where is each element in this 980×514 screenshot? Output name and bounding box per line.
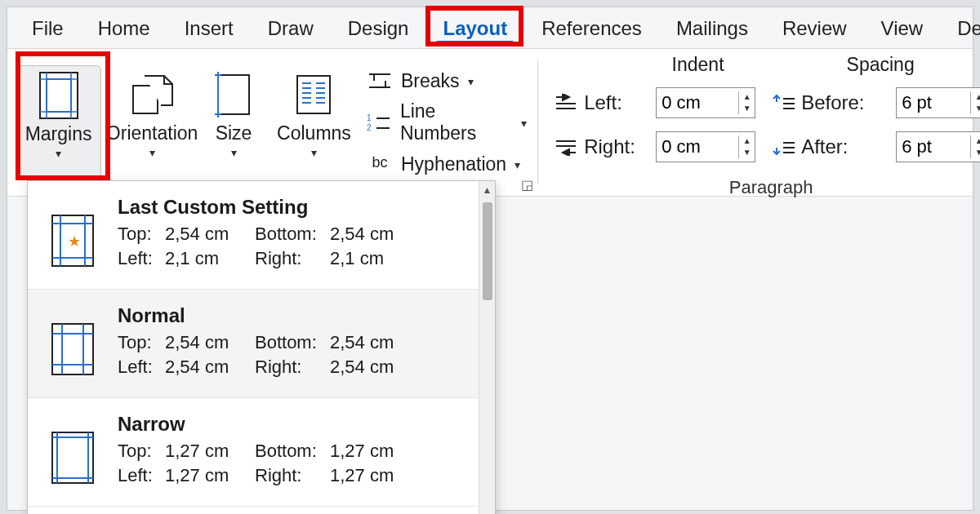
preset-title: Narrow <box>118 413 479 436</box>
tab-home[interactable]: Home <box>82 11 167 45</box>
tab-mailings[interactable]: Mailings <box>660 11 764 45</box>
columns-label: Columns <box>277 122 351 144</box>
orientation-button[interactable]: Orientation ▾ <box>108 65 196 179</box>
bottom-label: Bottom: <box>255 224 330 245</box>
top-value: 2,54 cm <box>165 224 255 245</box>
left-value: 2,1 cm <box>165 248 255 269</box>
spin-up-icon[interactable]: ▲ <box>971 135 980 147</box>
line-numbers-button[interactable]: 1 2 Line Numbers ▾ <box>367 100 527 144</box>
chevron-down-icon: ▾ <box>514 158 520 171</box>
spin-down-icon[interactable]: ▼ <box>739 103 755 114</box>
right-value: 1,27 cm <box>330 465 403 486</box>
indent-right-input[interactable]: ▲▼ <box>656 131 755 162</box>
spin-down-icon[interactable]: ▼ <box>971 147 980 158</box>
chevron-down-icon: ▾ <box>311 146 317 159</box>
bottom-label: Bottom: <box>255 441 330 462</box>
svg-text:2: 2 <box>367 123 372 132</box>
spacing-before-input[interactable]: ▲▼ <box>896 87 980 118</box>
bottom-value: 2,54 cm <box>330 332 403 353</box>
indent-right-icon <box>555 138 577 156</box>
spacing-before-label: Before: <box>801 91 864 114</box>
indent-left-icon <box>555 94 577 112</box>
chevron-down-icon: ▾ <box>468 75 474 88</box>
bottom-value: 2,54 cm <box>330 224 403 245</box>
tab-insert[interactable]: Insert <box>168 11 250 45</box>
orientation-icon <box>128 70 176 119</box>
margin-preset-narrow[interactable]: Narrow Top: 1,27 cm Bottom: 1,27 cm Left… <box>28 398 495 507</box>
tab-references[interactable]: References <box>525 11 658 45</box>
tab-dev[interactable]: Dev <box>941 11 980 45</box>
orientation-label: Orientation <box>106 122 198 144</box>
left-label: Left: <box>118 357 165 378</box>
page-setup-launcher-icon[interactable]: ◲ <box>521 177 533 193</box>
spin-up-icon[interactable]: ▲ <box>739 91 755 103</box>
columns-button[interactable]: Columns ▾ <box>271 65 357 179</box>
margins-button[interactable]: Margins ▾ <box>16 65 101 179</box>
line-numbers-label: Line Numbers <box>400 100 513 144</box>
margins-label: Margins <box>25 123 92 145</box>
preset-title: Normal <box>118 304 479 327</box>
svg-rect-53 <box>52 432 93 483</box>
tab-file[interactable]: File <box>16 11 80 45</box>
svg-text:1: 1 <box>367 113 372 122</box>
margin-preset-normal[interactable]: Normal Top: 2,54 cm Bottom: 2,54 cm Left… <box>28 290 495 398</box>
svg-text:★: ★ <box>68 233 81 250</box>
spin-up-icon[interactable]: ▲ <box>971 91 980 103</box>
margin-preset-icon: ★ <box>44 196 101 269</box>
chevron-down-icon: ▾ <box>56 147 61 160</box>
right-label: Right: <box>255 465 330 486</box>
left-value: 2,54 cm <box>165 357 255 378</box>
svg-rect-11 <box>297 76 330 113</box>
tab-view[interactable]: View <box>865 11 940 45</box>
hyphenation-button[interactable]: bc Hyphenation ▾ <box>367 153 527 175</box>
svg-rect-48 <box>52 324 93 374</box>
indent-left-label: Left: <box>584 91 622 114</box>
size-icon <box>215 70 252 119</box>
right-value: 2,1 cm <box>330 248 403 269</box>
top-label: Top: <box>118 332 165 353</box>
top-value: 2,54 cm <box>165 332 255 353</box>
size-label: Size <box>216 122 252 144</box>
margins-dropdown: ★ Last Custom Setting Top: 2,54 cm Botto… <box>27 180 496 514</box>
top-label: Top: <box>118 224 165 245</box>
spacing-after-input[interactable]: ▲▼ <box>896 131 980 162</box>
svg-rect-7 <box>218 75 249 114</box>
paragraph-group-label: Paragraph <box>729 175 813 198</box>
tab-review[interactable]: Review <box>766 11 863 45</box>
top-value: 1,27 cm <box>165 441 255 462</box>
margin-preset-icon <box>44 304 101 378</box>
indent-left-input[interactable]: ▲▼ <box>656 87 755 118</box>
bottom-value: 1,27 cm <box>330 441 403 462</box>
chevron-down-icon: ▾ <box>149 146 155 159</box>
chevron-down-icon: ▾ <box>521 117 527 130</box>
right-value: 2,54 cm <box>330 357 403 378</box>
bottom-label: Bottom: <box>255 332 330 353</box>
line-numbers-icon: 1 2 <box>367 111 392 134</box>
dropdown-scrollbar[interactable]: ▲ <box>479 181 495 514</box>
indent-right-label: Right: <box>584 135 635 158</box>
left-label: Left: <box>118 465 165 486</box>
spin-down-icon[interactable]: ▼ <box>739 147 755 158</box>
scroll-thumb[interactable] <box>483 202 492 300</box>
breaks-button[interactable]: Breaks ▾ <box>367 69 527 92</box>
size-button[interactable]: Size ▾ <box>203 65 265 179</box>
right-label: Right: <box>255 357 330 378</box>
margins-icon <box>37 71 81 120</box>
breaks-icon <box>367 69 393 92</box>
columns-icon <box>295 70 332 119</box>
tab-layout[interactable]: Layout <box>426 11 523 45</box>
margin-preset-last-custom[interactable]: ★ Last Custom Setting Top: 2,54 cm Botto… <box>28 181 495 290</box>
spacing-after-label: After: <box>801 135 848 158</box>
indent-header: Indent <box>672 54 724 76</box>
tab-design[interactable]: Design <box>332 11 425 45</box>
spin-up-icon[interactable]: ▲ <box>739 135 755 147</box>
scroll-up-icon[interactable]: ▲ <box>483 181 492 199</box>
preset-title: Last Custom Setting <box>118 196 479 219</box>
top-label: Top: <box>118 441 165 462</box>
breaks-label: Breaks <box>401 70 460 92</box>
hyphenation-icon: bc <box>367 153 393 175</box>
left-label: Left: <box>118 248 165 269</box>
spin-down-icon[interactable]: ▼ <box>971 103 980 114</box>
right-label: Right: <box>255 248 330 269</box>
tab-draw[interactable]: Draw <box>252 11 330 45</box>
